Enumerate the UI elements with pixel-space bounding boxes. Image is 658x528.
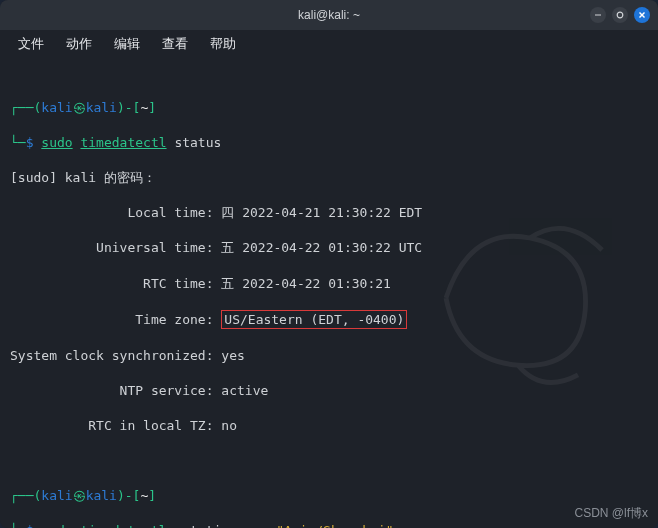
output-ntp-1: NTP service: active: [10, 382, 648, 400]
close-button[interactable]: [634, 7, 650, 23]
prompt-line-1: ┌──(kali㉿kali)-[~]: [10, 99, 648, 117]
minimize-button[interactable]: [590, 7, 606, 23]
terminal-body[interactable]: ┌──(kali㉿kali)-[~] └─$ sudo timedatectl …: [0, 58, 658, 528]
output-rtc-time-1: RTC time: 五 2022-04-22 01:30:21: [10, 275, 648, 293]
output-universal-time-1: Universal time: 五 2022-04-22 01:30:22 UT…: [10, 239, 648, 257]
menu-action[interactable]: 动作: [56, 31, 102, 57]
window-title: kali@kali: ~: [298, 8, 360, 22]
svg-point-1: [617, 12, 623, 18]
menu-view[interactable]: 查看: [152, 31, 198, 57]
menu-file[interactable]: 文件: [8, 31, 54, 57]
output-sync-1: System clock synchronized: yes: [10, 347, 648, 365]
maximize-button[interactable]: [612, 7, 628, 23]
prompt-line-2: ┌──(kali㉿kali)-[~]: [10, 487, 648, 505]
menu-edit[interactable]: 编辑: [104, 31, 150, 57]
output-timezone-1: Time zone: US/Eastern (EDT, -0400): [10, 310, 648, 330]
command-line-2: └─$ sudo timedatectl set-timezone "Asia/…: [10, 522, 648, 528]
output-local-time-1: Local time: 四 2022-04-21 21:30:22 EDT: [10, 204, 648, 222]
window-controls: [590, 7, 650, 23]
command-line-1: └─$ sudo timedatectl status: [10, 134, 648, 152]
terminal-window: kali@kali: ~ 文件 动作 编辑 查看 帮助 ┌──(kali㉿kal…: [0, 0, 658, 528]
watermark-text: CSDN @lf博x: [574, 505, 648, 522]
sudo-password-prompt: [sudo] kali 的密码：: [10, 169, 648, 187]
menubar: 文件 动作 编辑 查看 帮助: [0, 30, 658, 58]
titlebar: kali@kali: ~: [0, 0, 658, 30]
timezone-highlight-1: US/Eastern (EDT, -0400): [221, 310, 407, 330]
output-localtz-1: RTC in local TZ: no: [10, 417, 648, 435]
menu-help[interactable]: 帮助: [200, 31, 246, 57]
